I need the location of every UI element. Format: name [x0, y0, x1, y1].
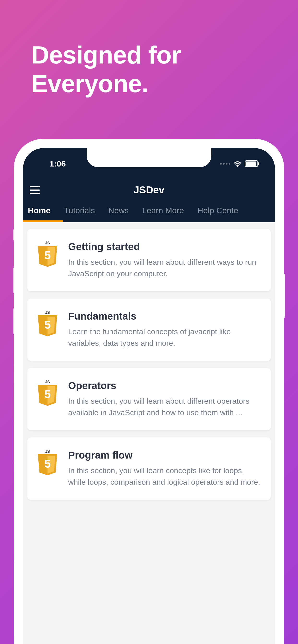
tab-indicator — [23, 220, 63, 222]
svg-text:JS: JS — [45, 310, 50, 314]
battery-icon — [245, 160, 258, 167]
status-bar: 1:06 — [23, 158, 275, 170]
card-getting-started[interactable]: JS 5 Getting started In this section, yo… — [27, 229, 271, 291]
status-time: 1:06 — [49, 159, 66, 168]
card-content: Fundamentals Learn the fundamental conce… — [68, 310, 262, 349]
menu-icon[interactable] — [30, 186, 40, 194]
card-operators[interactable]: JS 5 Operators In this section, you will… — [27, 368, 271, 430]
status-bar-area: 1:06 — [23, 148, 275, 198]
phone-edge-bump — [14, 307, 16, 336]
status-icons — [220, 160, 258, 167]
svg-text:JS: JS — [45, 241, 50, 245]
svg-text:JS: JS — [45, 450, 50, 454]
app-header: JSDev — [23, 182, 275, 198]
card-program-flow[interactable]: JS 5 Program flow In this section, you w… — [27, 438, 271, 500]
card-description: Learn the fundamental concepts of javacr… — [68, 326, 262, 349]
phone-edge-bump — [282, 273, 285, 319]
card-content: Program flow In this section, you will l… — [68, 450, 262, 488]
card-title: Getting started — [68, 241, 262, 252]
app-title: JSDev — [134, 184, 164, 196]
tab-news[interactable]: News — [108, 206, 129, 215]
tabs-bar: Home Tutorials News Learn More Help Cent… — [23, 198, 275, 222]
phone-frame: 1:06 — [14, 139, 284, 644]
svg-text:JS: JS — [45, 380, 50, 384]
phone-edge-bump — [14, 228, 16, 242]
svg-text:5: 5 — [44, 457, 51, 470]
tab-home[interactable]: Home — [28, 206, 50, 215]
card-title: Program flow — [68, 450, 262, 461]
card-content: Operators In this section, you will lear… — [68, 380, 262, 418]
svg-text:5: 5 — [44, 388, 51, 400]
card-content: Getting started In this section, you wil… — [68, 241, 262, 279]
js-shield-icon: JS 5 — [36, 380, 59, 406]
card-title: Fundamentals — [68, 310, 262, 322]
card-title: Operators — [68, 380, 262, 392]
tab-help-center[interactable]: Help Cente — [198, 206, 238, 215]
signal-icon — [220, 163, 230, 164]
hero-title: Designed forEveryone. — [31, 41, 181, 98]
tab-learn-more[interactable]: Learn More — [142, 206, 184, 215]
card-description: In this section, you will learn about di… — [68, 256, 262, 279]
card-fundamentals[interactable]: JS 5 Fundamentals Learn the fundamental … — [27, 298, 271, 361]
wifi-icon — [233, 160, 242, 167]
content-area: JS 5 Getting started In this section, yo… — [23, 222, 275, 506]
card-description: In this section, you will learn concepts… — [68, 465, 262, 488]
svg-text:5: 5 — [44, 249, 51, 262]
js-shield-icon: JS 5 — [36, 310, 59, 337]
card-description: In this section, you will learn about di… — [68, 395, 262, 418]
phone-screen: 1:06 — [23, 148, 275, 644]
tab-tutorials[interactable]: Tutorials — [64, 206, 95, 215]
js-shield-icon: JS 5 — [36, 450, 59, 476]
js-shield-icon: JS 5 — [36, 241, 59, 268]
phone-edge-bump — [14, 266, 16, 295]
svg-text:5: 5 — [44, 318, 51, 331]
